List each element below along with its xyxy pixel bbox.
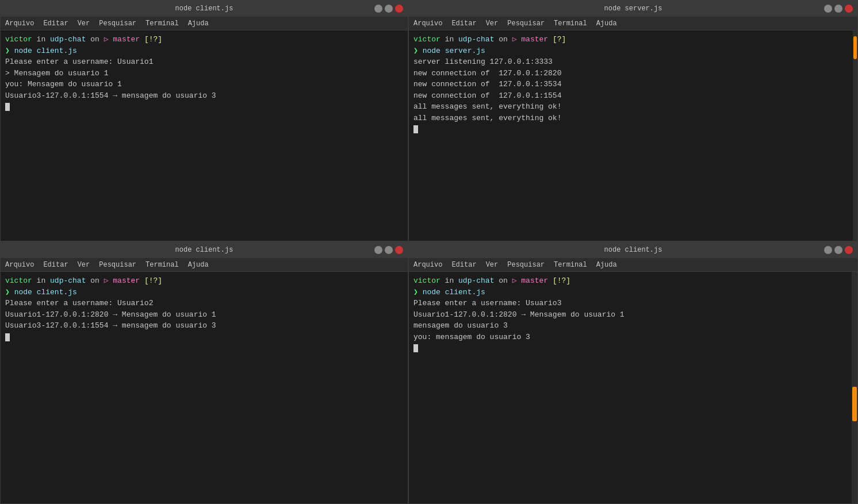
scrollbar-thumb-tr[interactable] xyxy=(853,36,857,59)
output-tl-3: you: Mensagem do usuario 1 xyxy=(5,79,403,90)
terminal-body-top-right[interactable]: victor in udp-chat on ▷ master [?] ❯ nod… xyxy=(409,30,857,241)
menu-terminal-bl[interactable]: Terminal xyxy=(145,261,179,269)
username-br: victor xyxy=(413,275,441,287)
maximize-btn-top-left[interactable]: □ xyxy=(385,5,393,13)
menu-ajuda-tl[interactable]: Ajuda xyxy=(188,20,209,28)
cursor-line-tl xyxy=(5,101,403,113)
prompt-line-br: victor in udp-chat on ▷ master [!?] xyxy=(413,275,853,287)
menu-pesquisar-bl[interactable]: Pesquisar xyxy=(99,261,136,269)
branch-tl: master xyxy=(113,34,140,45)
close-btn-top-left[interactable]: × xyxy=(395,5,403,13)
dir-tr: udp-chat xyxy=(458,34,494,45)
titlebar-bottom-right: node client.js – □ × xyxy=(409,242,857,258)
minimize-btn-top-left[interactable]: – xyxy=(374,5,382,13)
menu-pesquisar-tr[interactable]: Pesquisar xyxy=(507,20,545,28)
window-controls-bottom-right: – □ × xyxy=(824,246,853,254)
cursor-bl xyxy=(5,333,10,341)
menu-ver-tl[interactable]: Ver xyxy=(78,20,90,28)
menu-ver-br[interactable]: Ver xyxy=(486,261,499,269)
output-tr-4: new connection of 127.0.0.1:1554 xyxy=(413,90,853,102)
branch-icon-tl: ▷ xyxy=(104,34,113,45)
username-bl: victor xyxy=(5,275,32,287)
status-br: [!?] xyxy=(548,275,570,287)
minimize-btn-top-right[interactable]: – xyxy=(824,5,832,13)
username-tr: victor xyxy=(413,34,441,45)
cursor-tl xyxy=(5,103,10,111)
menu-terminal-tl[interactable]: Terminal xyxy=(145,20,179,28)
window-controls-top-right: – □ × xyxy=(824,5,853,13)
menu-arquivo-br[interactable]: Arquivo xyxy=(413,261,442,269)
branch-icon-br: ▷ xyxy=(512,275,522,287)
menu-arquivo-tr[interactable]: Arquivo xyxy=(413,20,442,28)
menu-pesquisar-br[interactable]: Pesquisar xyxy=(507,261,545,269)
command-line-br: ❯ node client.js xyxy=(413,287,853,298)
scrollbar-right-br[interactable] xyxy=(852,272,857,503)
branch-tr: master xyxy=(521,34,548,45)
menu-pesquisar-tl[interactable]: Pesquisar xyxy=(99,20,136,28)
output-br-2: Usuario1-127.0.0.1:2820 → Mensagem do us… xyxy=(413,309,853,321)
close-btn-bottom-right[interactable]: × xyxy=(845,246,853,254)
branch-icon-bl: ▷ xyxy=(104,275,113,287)
output-bl-1: Please enter a username: Usuario2 xyxy=(5,298,403,309)
cursor-br xyxy=(413,344,418,352)
output-br-3: mensagem do usuario 3 xyxy=(413,320,853,332)
branch-bl: master xyxy=(113,275,140,287)
output-tl-2: > Mensagem do usuario 1 xyxy=(5,68,403,79)
menu-arquivo-tl[interactable]: Arquivo xyxy=(5,20,34,28)
menu-terminal-br[interactable]: Terminal xyxy=(554,261,587,269)
title-top-left: node client.js xyxy=(175,5,233,13)
menu-ver-tr[interactable]: Ver xyxy=(486,20,499,28)
menu-ajuda-br[interactable]: Ajuda xyxy=(596,261,617,269)
output-br-4: you: mensagem do usuario 3 xyxy=(413,332,853,343)
terminal-body-bottom-left[interactable]: victor in udp-chat on ▷ master [!?] ❯ no… xyxy=(1,272,408,503)
minimize-btn-bottom-right[interactable]: – xyxy=(824,246,832,254)
command-line-tr: ❯ node server.js xyxy=(413,45,853,57)
minimize-btn-bottom-left[interactable]: – xyxy=(374,246,382,254)
output-bl-3: Usuario3-127.0.0.1:1554 → mensagem do us… xyxy=(5,320,403,332)
menu-ajuda-bl[interactable]: Ajuda xyxy=(188,261,209,269)
terminal-bottom-left: node client.js – □ × Arquivo Editar Ver … xyxy=(0,241,408,504)
dir-tl: udp-chat xyxy=(50,34,86,45)
command-tr: node server.js xyxy=(423,45,485,57)
menubar-bottom-left: Arquivo Editar Ver Pesquisar Terminal Aj… xyxy=(1,258,408,272)
menu-editar-tr[interactable]: Editar xyxy=(451,20,476,28)
close-btn-top-right[interactable]: × xyxy=(845,5,853,13)
branch-icon-tr: ▷ xyxy=(512,34,522,45)
menu-editar-tl[interactable]: Editar xyxy=(43,20,68,28)
terminal-top-left: node client.js – □ × Arquivo Editar Ver … xyxy=(0,0,408,241)
command-bl: node client.js xyxy=(14,287,77,298)
menubar-top-left: Arquivo Editar Ver Pesquisar Terminal Aj… xyxy=(1,17,408,30)
close-btn-bottom-left[interactable]: × xyxy=(395,246,403,254)
status-tl: [!?] xyxy=(140,34,162,45)
maximize-btn-top-right[interactable]: □ xyxy=(834,5,842,13)
terminal-body-top-left[interactable]: victor in udp-chat on ▷ master [!?] ❯ no… xyxy=(1,30,408,241)
cursor-line-bl xyxy=(5,332,403,343)
menu-terminal-tr[interactable]: Terminal xyxy=(554,20,587,28)
window-controls-bottom-left: – □ × xyxy=(374,246,403,254)
menu-ajuda-tr[interactable]: Ajuda xyxy=(596,20,617,28)
menu-editar-bl[interactable]: Editar xyxy=(43,261,68,269)
maximize-btn-bottom-right[interactable]: □ xyxy=(834,246,842,254)
title-bottom-right: node client.js xyxy=(604,246,662,254)
output-tr-6: all messages sent, everything ok! xyxy=(413,113,853,124)
prompt-line-bl: victor in udp-chat on ▷ master [!?] xyxy=(5,275,403,287)
scrollbar-thumb-br[interactable] xyxy=(852,387,857,421)
menu-arquivo-bl[interactable]: Arquivo xyxy=(5,261,34,269)
menu-editar-br[interactable]: Editar xyxy=(451,261,476,269)
title-top-right: node server.js xyxy=(604,5,662,13)
scrollbar-right-tr[interactable] xyxy=(853,30,857,241)
prompt-line-tr: victor in udp-chat on ▷ master [?] xyxy=(413,34,853,45)
titlebar-top-right: node server.js – □ × xyxy=(409,1,857,17)
menu-ver-bl[interactable]: Ver xyxy=(78,261,90,269)
window-controls-top-left: – □ × xyxy=(374,5,403,13)
output-tr-3: new connection of 127.0.0.1:3534 xyxy=(413,79,853,90)
output-tl-1: Please enter a username: Usuario1 xyxy=(5,56,403,68)
command-tl: node client.js xyxy=(14,45,77,57)
terminal-body-bottom-right[interactable]: victor in udp-chat on ▷ master [!?] ❯ no… xyxy=(409,272,857,503)
menubar-bottom-right: Arquivo Editar Ver Pesquisar Terminal Aj… xyxy=(409,258,857,272)
status-tr: [?] xyxy=(548,34,566,45)
dir-bl: udp-chat xyxy=(50,275,86,287)
title-bottom-left: node client.js xyxy=(175,246,233,254)
terminal-grid: node client.js – □ × Arquivo Editar Ver … xyxy=(0,0,858,504)
maximize-btn-bottom-left[interactable]: □ xyxy=(385,246,393,254)
